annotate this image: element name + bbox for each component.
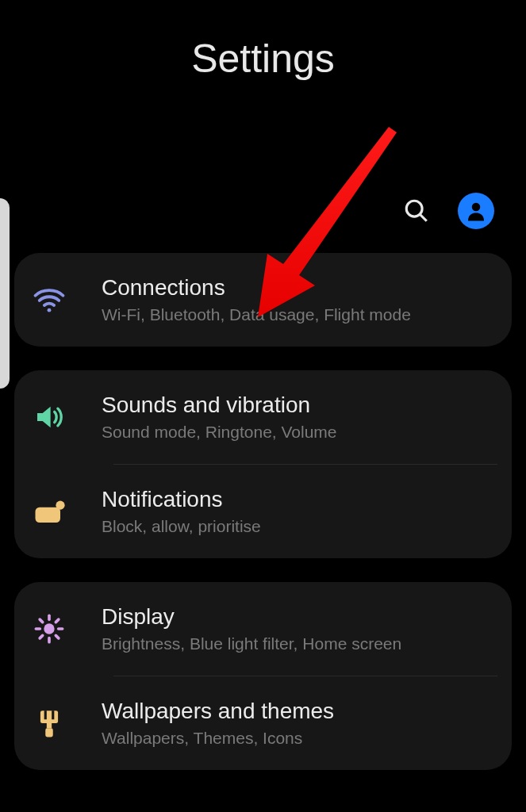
- item-title: Wallpapers and themes: [102, 699, 493, 724]
- settings-item-sounds[interactable]: Sounds and vibration Sound mode, Rington…: [14, 370, 512, 464]
- search-button[interactable]: [399, 193, 434, 228]
- speaker-icon: [29, 396, 70, 438]
- settings-group: Sounds and vibration Sound mode, Rington…: [14, 370, 512, 558]
- brightness-icon: [29, 608, 70, 649]
- folder-badge-icon: [29, 491, 70, 532]
- svg-point-3: [48, 308, 52, 312]
- settings-item-display[interactable]: Display Brightness, Blue light filter, H…: [14, 582, 512, 676]
- brush-icon: [29, 703, 70, 744]
- svg-rect-17: [45, 728, 53, 737]
- settings-item-wallpapers[interactable]: Wallpapers and themes Wallpapers, Themes…: [14, 676, 512, 770]
- settings-item-notifications[interactable]: Notifications Block, allow, prioritise: [14, 465, 512, 558]
- toolbar: [0, 193, 526, 229]
- item-title: Connections: [102, 275, 493, 301]
- item-text: Notifications Block, allow, prioritise: [102, 487, 493, 536]
- svg-line-14: [56, 619, 59, 622]
- svg-rect-16: [47, 723, 52, 728]
- item-subtitle: Block, allow, prioritise: [102, 517, 493, 536]
- header: Settings: [0, 0, 526, 82]
- svg-line-13: [40, 635, 43, 638]
- item-subtitle: Brightness, Blue light filter, Home scre…: [102, 634, 493, 653]
- person-icon: [464, 199, 488, 223]
- item-title: Notifications: [102, 487, 493, 512]
- item-subtitle: Sound mode, Ringtone, Volume: [102, 423, 493, 442]
- svg-line-11: [40, 619, 43, 622]
- item-text: Display Brightness, Blue light filter, H…: [102, 604, 493, 653]
- svg-rect-18: [44, 710, 47, 719]
- page-title: Settings: [0, 36, 526, 82]
- svg-point-2: [472, 203, 481, 212]
- account-button[interactable]: [458, 193, 494, 229]
- svg-line-1: [420, 214, 427, 221]
- svg-rect-4: [36, 508, 61, 523]
- svg-point-5: [56, 501, 64, 510]
- item-title: Sounds and vibration: [102, 393, 493, 418]
- search-icon: [403, 197, 430, 224]
- item-text: Connections Wi-Fi, Bluetooth, Data usage…: [102, 275, 493, 324]
- item-subtitle: Wallpapers, Themes, Icons: [102, 729, 493, 748]
- edge-panel-handle[interactable]: [0, 198, 10, 389]
- settings-group: Connections Wi-Fi, Bluetooth, Data usage…: [14, 253, 512, 347]
- settings-group: Display Brightness, Blue light filter, H…: [14, 582, 512, 770]
- item-text: Wallpapers and themes Wallpapers, Themes…: [102, 699, 493, 748]
- svg-point-6: [44, 623, 54, 634]
- item-subtitle: Wi-Fi, Bluetooth, Data usage, Flight mod…: [102, 305, 493, 324]
- svg-point-0: [406, 201, 422, 216]
- wifi-icon: [29, 279, 70, 320]
- item-text: Sounds and vibration Sound mode, Rington…: [102, 393, 493, 442]
- settings-item-connections[interactable]: Connections Wi-Fi, Bluetooth, Data usage…: [14, 253, 512, 347]
- svg-line-12: [56, 635, 59, 638]
- svg-rect-19: [52, 710, 54, 719]
- svg-rect-15: [40, 710, 58, 723]
- item-title: Display: [102, 604, 493, 630]
